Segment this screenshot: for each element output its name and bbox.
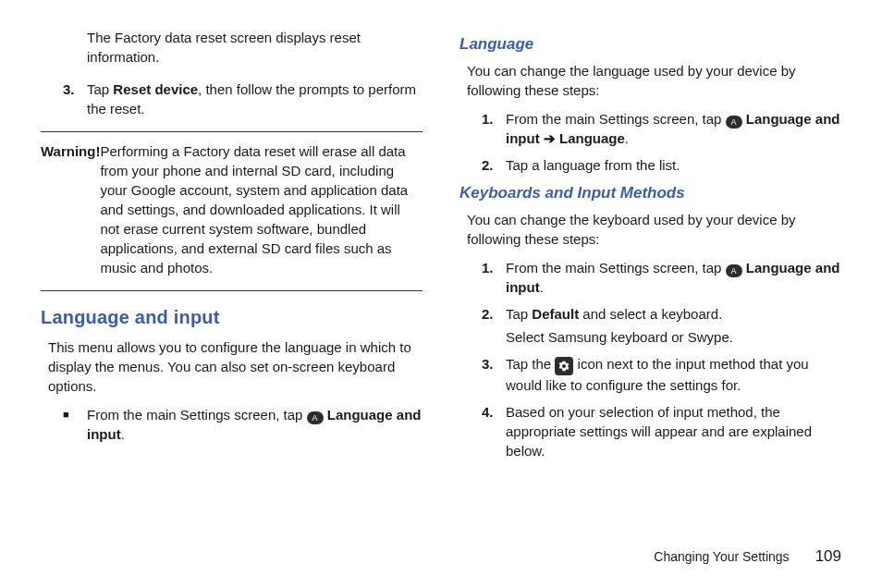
step-number: 3. xyxy=(482,354,506,395)
reset-info-text: The Factory data reset screen displays r… xyxy=(87,28,423,67)
warning-label: Warning! xyxy=(41,141,100,277)
page: The Factory data reset screen displays r… xyxy=(0,0,882,588)
language-step-2: 2. Tap a language from the list. xyxy=(482,155,841,175)
heading-language: Language xyxy=(459,33,841,55)
bullet-body: From the main Settings screen, tap A Lan… xyxy=(87,405,423,444)
reset-step-3: 3. Tap Reset device, then follow the pro… xyxy=(63,80,423,118)
step-body: Tap Reset device, then follow the prompt… xyxy=(87,80,423,118)
language-step-1: 1. From the main Settings screen, tap A … xyxy=(482,109,841,148)
step-number: 1. xyxy=(482,109,506,148)
step-body: Tap Default and select a keyboard. Selec… xyxy=(506,304,841,347)
intro-keyboards: You can change the keyboard used by your… xyxy=(467,210,841,249)
warning-block: Warning! Performing a Factory data reset… xyxy=(41,141,423,277)
divider xyxy=(41,131,423,132)
text: . xyxy=(540,279,544,295)
step-body: From the main Settings screen, tap A Lan… xyxy=(506,109,841,148)
step-number: 2. xyxy=(482,304,506,347)
step-number: 2. xyxy=(482,155,506,175)
text: and select a keyboard. xyxy=(579,306,722,322)
page-number: 109 xyxy=(815,547,841,566)
warning-text: Performing a Factory data reset will era… xyxy=(100,141,423,277)
text: Tap xyxy=(87,81,113,97)
gear-icon xyxy=(555,357,573,375)
keyboard-step-4: 4. Based on your selection of input meth… xyxy=(482,402,841,460)
letter-a-icon: A xyxy=(726,264,742,277)
heading-keyboards: Keyboards and Input Methods xyxy=(459,182,841,204)
sub-text: Select Samsung keyboard or Swype. xyxy=(506,327,841,347)
default-label: Default xyxy=(532,306,579,322)
left-column: The Factory data reset screen displays r… xyxy=(41,28,423,579)
text: From the main Settings screen, tap xyxy=(87,407,307,423)
step-number: 3. xyxy=(63,80,87,118)
keyboard-step-1: 1. From the main Settings screen, tap A … xyxy=(482,258,841,297)
bullet-settings-path: ■ From the main Settings screen, tap A L… xyxy=(63,405,423,444)
section-title: Changing Your Settings xyxy=(654,549,789,564)
intro-language: You can change the language used by your… xyxy=(467,61,841,100)
page-footer: Changing Your Settings 109 xyxy=(654,547,841,566)
text: Tap xyxy=(506,306,532,322)
text: From the main Settings screen, tap xyxy=(506,111,726,127)
text: . xyxy=(625,130,629,146)
intro-text: This menu allows you to configure the la… xyxy=(48,337,423,396)
bullet-marker: ■ xyxy=(63,405,87,444)
step-body: Based on your selection of input method,… xyxy=(506,402,841,460)
step-number: 1. xyxy=(482,258,506,297)
letter-a-icon: A xyxy=(726,116,742,129)
text: Tap the xyxy=(506,356,555,372)
arrow-icon: ➔ xyxy=(544,130,556,146)
step-body: From the main Settings screen, tap A Lan… xyxy=(506,258,841,297)
keyboard-step-2: 2. Tap Default and select a keyboard. Se… xyxy=(482,304,841,347)
letter-a-icon: A xyxy=(307,411,324,424)
right-column: Language You can change the language use… xyxy=(459,28,841,579)
keyboard-step-3: 3. Tap the icon next to the input method… xyxy=(482,354,841,395)
divider xyxy=(41,290,423,291)
heading-language-and-input: Language and input xyxy=(41,304,423,330)
reset-device-label: Reset device xyxy=(113,81,198,97)
menu-label: Language xyxy=(556,130,625,146)
step-body: Tap a language from the list. xyxy=(506,155,841,175)
text: From the main Settings screen, tap xyxy=(506,260,726,276)
step-body: Tap the icon next to the input method th… xyxy=(506,354,841,395)
text: . xyxy=(121,426,125,442)
step-number: 4. xyxy=(482,402,506,460)
